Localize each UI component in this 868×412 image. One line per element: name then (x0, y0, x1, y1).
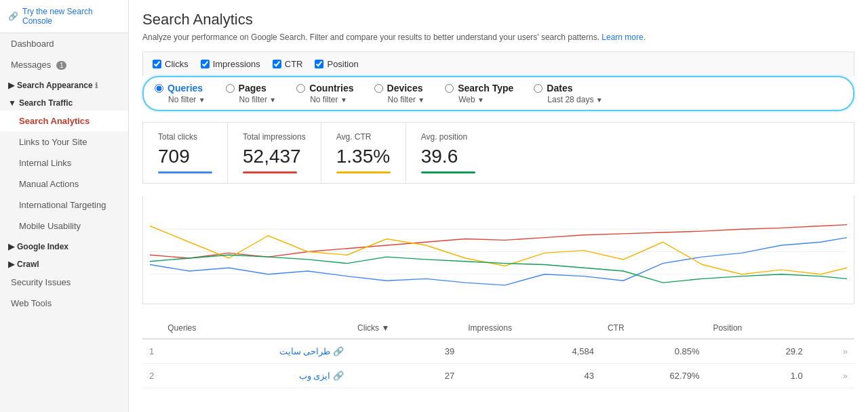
pages-arrow-icon: ▼ (269, 96, 276, 104)
devices-radio[interactable] (374, 84, 383, 93)
total-clicks-label: Total clicks (158, 132, 212, 142)
sidebar-item-label: Internal Links (19, 158, 71, 168)
main-content: Search Analytics Analyze your performanc… (129, 0, 868, 412)
col-num (142, 318, 161, 339)
sidebar-section-search-appearance[interactable]: ▶ Search Appearance ℹ (0, 75, 128, 93)
dates-radio[interactable] (534, 84, 542, 93)
filter-row: Queries No filter ▼ Pages No filter ▼ Co… (142, 76, 854, 111)
stat-total-clicks: Total clicks 709 (143, 123, 228, 183)
sidebar-section-label: Search Traffic (19, 98, 73, 108)
devices-filter-sub[interactable]: No filter ▼ (388, 95, 425, 104)
ctr-checkbox[interactable] (273, 60, 281, 68)
position-checkbox[interactable] (315, 60, 323, 68)
ctr-line (150, 226, 847, 274)
avg-ctr-value: 1.35% (336, 146, 391, 167)
clicks-checkbox[interactable] (153, 60, 161, 68)
dates-arrow-icon: ▼ (596, 96, 603, 104)
search-type-radio[interactable] (445, 84, 454, 93)
sidebar-item-web-tools[interactable]: Web Tools (0, 293, 128, 314)
queries-table: Queries Clicks ▼ Impressions CTR Positio… (142, 318, 854, 388)
clicks-cell-1: 39 (351, 339, 461, 364)
page-title: Search Analytics (142, 11, 854, 28)
sidebar-item-label: Dashboard (11, 39, 54, 49)
total-clicks-value: 709 (158, 146, 212, 167)
col-position[interactable]: Position (707, 318, 810, 339)
table-header-row: Queries Clicks ▼ Impressions CTR Positio… (142, 318, 854, 339)
filter-search-type: Search Type Web ▼ (445, 83, 513, 104)
total-clicks-bar (158, 171, 212, 173)
clicks-line (150, 238, 847, 285)
col-queries[interactable]: Queries (161, 318, 351, 339)
sidebar-section-google-index[interactable]: ▶ Google Index (0, 236, 128, 254)
expand-arrow-icon: ▶ (8, 81, 14, 90)
sidebar-item-security-issues[interactable]: Security Issues (0, 272, 128, 293)
position-line (150, 255, 847, 283)
position-checkbox-item: Position (315, 59, 358, 69)
external-link-icon: 🔗 (8, 12, 18, 21)
col-ctr[interactable]: CTR (601, 318, 707, 339)
ctr-checkbox-item: CTR (273, 59, 303, 69)
queries-filter-sub[interactable]: No filter ▼ (168, 95, 205, 104)
filter-queries: Queries No filter ▼ (155, 83, 205, 104)
col-impressions[interactable]: Impressions (461, 318, 601, 339)
position-label: Position (327, 59, 358, 69)
stats-row: Total clicks 709 Total impressions 52,43… (142, 122, 854, 184)
clicks-checkbox-item: Clicks (153, 59, 189, 69)
table-row: 1 🔗 طراحی سایت 39 4,584 0.85% 29.2 » (142, 339, 854, 364)
sidebar-section-label: Google Index (17, 242, 68, 251)
impressions-checkbox-item: Impressions (201, 59, 260, 69)
sidebar-item-mobile-usability[interactable]: Mobile Usability (0, 215, 128, 236)
row-action-1[interactable]: » (810, 339, 854, 364)
dates-filter-sub[interactable]: Last 28 days ▼ (547, 95, 602, 104)
filter-pages: Pages No filter ▼ (226, 83, 277, 104)
sidebar-section-label: Crawl (17, 260, 39, 269)
sidebar-item-international-targeting[interactable]: International Targeting (0, 194, 128, 215)
countries-arrow-icon: ▼ (340, 96, 347, 104)
sidebar-item-search-analytics[interactable]: Search Analytics (0, 110, 128, 131)
learn-more-link[interactable]: Learn more. (601, 33, 646, 42)
search-type-filter-sub[interactable]: Web ▼ (458, 95, 484, 104)
avg-position-value: 39.6 (421, 146, 475, 167)
sidebar-item-label: Messages 1 (11, 60, 66, 70)
sidebar: 🔗 Try the new Search Console DashboardMe… (0, 0, 129, 412)
avg-ctr-label: Avg. CTR (336, 132, 391, 142)
sidebar-item-dashboard[interactable]: Dashboard (0, 33, 128, 54)
position-cell-2: 1.0 (707, 364, 810, 388)
sidebar-item-internal-links[interactable]: Internal Links (0, 152, 128, 173)
sidebar-item-label: Web Tools (11, 298, 52, 308)
stat-avg-position: Avg. position 39.6 (406, 123, 490, 183)
impressions-cell-1: 4,584 (461, 339, 601, 364)
countries-filter-sub[interactable]: No filter ▼ (310, 95, 347, 104)
data-table: Queries Clicks ▼ Impressions CTR Positio… (142, 318, 854, 388)
ctr-cell-2: 62.79% (601, 364, 707, 388)
queries-filter-label: Queries (167, 83, 203, 94)
query-link-2[interactable]: 🔗 ایزی وب (161, 364, 351, 388)
sidebar-section-crawl[interactable]: ▶ Crawl (0, 254, 128, 272)
pages-filter-sub[interactable]: No filter ▼ (239, 95, 277, 104)
pages-filter-label: Pages (239, 83, 267, 94)
total-impressions-label: Total impressions (243, 132, 306, 142)
impressions-checkbox[interactable] (201, 60, 210, 68)
stat-avg-ctr: Avg. CTR 1.35% (321, 123, 406, 183)
sidebar-item-manual-actions[interactable]: Manual Actions (0, 173, 128, 194)
sidebar-section-label: Search Appearance ℹ (17, 81, 98, 90)
queries-radio[interactable] (155, 84, 163, 93)
sidebar-item-label: Mobile Usability (19, 221, 81, 231)
queries-arrow-icon: ▼ (199, 96, 205, 104)
impressions-label: Impressions (213, 59, 260, 69)
total-impressions-bar (243, 171, 297, 173)
avg-position-label: Avg. position (421, 132, 475, 142)
countries-radio[interactable] (296, 84, 305, 93)
query-link-1[interactable]: 🔗 طراحی سایت (161, 339, 351, 364)
sidebar-section-search-traffic[interactable]: ▼ Search Traffic (0, 93, 128, 110)
sidebar-item-messages[interactable]: Messages 1 (0, 54, 128, 75)
total-impressions-value: 52,437 (243, 146, 306, 167)
sidebar-item-links-to-your-site[interactable]: Links to Your Site (0, 131, 128, 152)
dates-filter-label: Dates (547, 83, 572, 94)
pages-radio[interactable] (226, 84, 235, 93)
try-new-console-link[interactable]: 🔗 Try the new Search Console (0, 0, 128, 33)
table-row: 2 🔗 ایزی وب 27 43 62.79% 1.0 » (142, 364, 854, 388)
badge-messages: 1 (56, 61, 67, 70)
row-action-2[interactable]: » (810, 364, 854, 388)
col-clicks[interactable]: Clicks ▼ (351, 318, 461, 339)
